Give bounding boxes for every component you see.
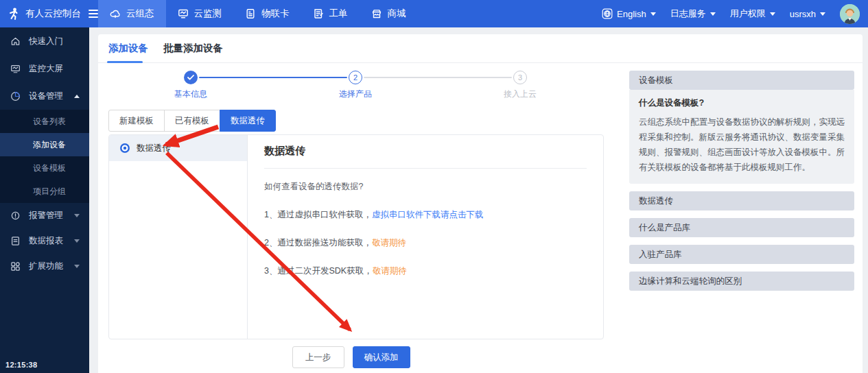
hamburger-menu-icon[interactable]	[89, 10, 98, 18]
user-permission-dropdown[interactable]: 用户权限	[730, 8, 775, 20]
wizard-footer: 上一步 确认添加	[98, 346, 604, 368]
help-section-join-product-library[interactable]: 入驻产品库	[629, 245, 854, 264]
logo-area: 有人云控制台	[0, 7, 98, 21]
detail-title: 数据透传	[264, 145, 587, 158]
sidebar-item-project-group[interactable]: 项目分组	[0, 180, 89, 203]
step-1-indicator	[184, 71, 198, 84]
passthrough-panel: 数据透传 数据透传 如何查看设备的透传数据? 1、通过虚拟串口软件获取，虚拟串口…	[108, 134, 604, 339]
step-2-label: 选择产品	[314, 88, 397, 100]
coming-soon-label: 敬请期待	[373, 266, 407, 276]
existing-template-button[interactable]: 已有模板	[164, 110, 220, 132]
sidebar-item-add-device[interactable]: 添加设备	[0, 133, 89, 156]
template-type-group: 新建模板 已有模板 数据透传	[108, 110, 276, 132]
detail-item-3: 3、通过二次开发SDK获取，敬请期待	[264, 265, 587, 277]
step-1-label: 基本信息	[150, 88, 232, 100]
data-passthrough-button[interactable]: 数据透传	[220, 110, 276, 132]
app-title: 有人云控制台	[25, 8, 81, 20]
sidebar-item-extensions[interactable]: 扩展功能	[0, 254, 89, 279]
globe-icon	[602, 8, 613, 19]
help-section-body: 什么是设备模板? 云组态系统中配置与设备数据协议的解析规则，实现远程采集和控制。…	[629, 90, 854, 184]
step-3-indicator: 3	[513, 71, 527, 84]
step-connector-pending	[364, 77, 512, 78]
detail-item-2: 2、通过数据推送功能获取，敬请期待	[264, 237, 587, 249]
nav-item-iot-sim[interactable]: 物联卡	[233, 0, 301, 27]
new-template-button[interactable]: 新建模板	[108, 110, 165, 132]
step-3-label: 接入上云	[479, 88, 561, 100]
screen-icon	[10, 63, 21, 74]
nav-item-mall[interactable]: 商城	[360, 0, 418, 27]
log-service-dropdown[interactable]: 日志服务	[670, 8, 716, 20]
page-tabs: 添加设备 批量添加设备	[98, 34, 863, 63]
sidebar-item-device-management[interactable]: 设备管理	[0, 82, 89, 110]
cloud-monitor-icon	[178, 8, 189, 19]
sidebar-item-monitor-screen[interactable]: 监控大屏	[0, 55, 89, 82]
nav-item-cloud-scada[interactable]: 云组态	[98, 0, 166, 27]
chevron-down-icon	[74, 214, 80, 217]
detail-question: 如何查看设备的透传数据?	[264, 181, 587, 193]
help-paragraph: 云组态系统中配置与设备数据协议的解析规则，实现远程采集和控制。新版云服务将通讯协…	[639, 115, 845, 175]
sidebar-clock: 12:15:38	[5, 361, 37, 369]
step-connector-done	[199, 77, 347, 78]
username-dropdown[interactable]: usrsxh	[790, 9, 825, 19]
nav-item-work-order[interactable]: 工单	[301, 0, 360, 27]
home-icon	[10, 36, 21, 47]
passthrough-detail: 数据透传 如何查看设备的透传数据? 1、通过虚拟串口软件获取，虚拟串口软件下载请…	[248, 135, 603, 339]
chevron-up-icon	[74, 95, 80, 98]
work-order-icon	[313, 8, 324, 19]
passthrough-option-list: 数据透传	[109, 135, 248, 339]
confirm-add-button[interactable]: 确认添加	[353, 346, 410, 368]
mall-icon	[371, 8, 382, 19]
avatar[interactable]	[840, 4, 860, 24]
help-section-data-passthrough[interactable]: 数据透传	[629, 191, 854, 210]
chevron-down-icon	[710, 12, 716, 16]
previous-step-button[interactable]: 上一步	[292, 346, 344, 368]
primary-nav: 云组态 云监测 物联卡	[98, 0, 418, 27]
sidebar-item-alarm-management[interactable]: 报警管理	[0, 203, 89, 228]
tab-add-device[interactable]: 添加设备	[108, 34, 148, 63]
report-icon	[10, 236, 21, 247]
top-navbar: 有人云控制台 云组态 云监测	[0, 0, 868, 27]
cloud-scada-icon	[110, 8, 121, 19]
sidebar-item-data-report[interactable]: 数据报表	[0, 228, 89, 254]
radio-selected-icon[interactable]	[120, 143, 130, 153]
help-question: 什么是设备模板?	[639, 97, 845, 109]
nav-item-cloud-monitor[interactable]: 云监测	[166, 0, 234, 27]
coming-soon-label: 敬请期待	[372, 238, 406, 248]
navbar-right: English 日志服务 用户权限 usrsxh	[602, 4, 868, 24]
tab-batch-add-device[interactable]: 批量添加设备	[163, 34, 223, 63]
alarm-icon	[10, 210, 21, 221]
sidebar-item-device-template[interactable]: 设备模板	[0, 156, 89, 180]
help-section-edge-vs-cloud-polling[interactable]: 边缘计算和云端轮询的区别	[629, 272, 854, 291]
language-dropdown[interactable]: English	[602, 8, 656, 19]
help-section-what-is-product-library[interactable]: 什么是产品库	[629, 218, 854, 237]
passthrough-radio-row[interactable]: 数据透传	[109, 135, 247, 161]
check-icon	[187, 75, 194, 80]
chevron-down-icon	[820, 12, 825, 16]
sidebar-item-quick-start[interactable]: 快速入门	[0, 27, 89, 55]
wizard-stepper: 2 3 基本信息 选择产品 接入上云	[98, 67, 620, 99]
divider	[264, 168, 587, 169]
sidebar-item-device-list[interactable]: 设备列表	[0, 110, 89, 133]
apps-icon	[10, 261, 21, 272]
download-link[interactable]: 虚拟串口软件下载请点击下载	[372, 210, 484, 219]
help-section-device-template[interactable]: 设备模板	[629, 71, 854, 90]
device-pie-icon	[10, 91, 21, 101]
left-sidebar: 快速入门 监控大屏 设备管理 设备列表 添加设备 设备模板 项目分组	[0, 27, 89, 373]
help-accordion: 设备模板 什么是设备模板? 云组态系统中配置与设备数据协议的解析规则，实现远程采…	[629, 71, 854, 291]
device-management-submenu: 设备列表 添加设备 设备模板 项目分组	[0, 110, 89, 203]
chevron-down-icon	[770, 12, 775, 16]
chevron-down-icon	[74, 239, 80, 243]
detail-item-1: 1、通过虚拟串口软件获取，虚拟串口软件下载请点击下载	[264, 209, 587, 221]
main-content-card: 添加设备 批量添加设备 2 3 基本信息 选择产品 接入上云 新建模板 已有模板…	[98, 34, 863, 373]
chevron-down-icon	[74, 265, 80, 268]
chevron-down-icon	[650, 12, 656, 16]
brand-person-icon	[7, 7, 21, 21]
step-2-indicator: 2	[349, 71, 362, 84]
iot-sim-icon	[245, 8, 256, 19]
